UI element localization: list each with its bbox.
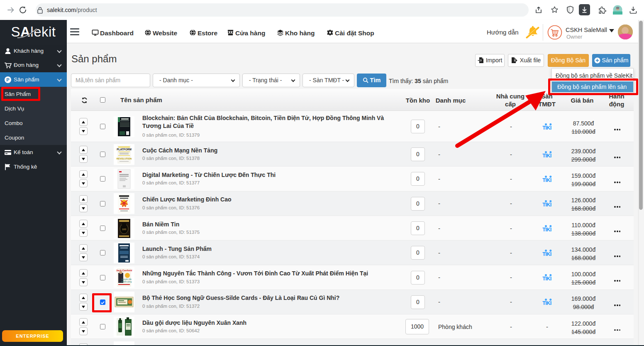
svg-text:PLATFORM: PLATFORM bbox=[117, 148, 132, 151]
svg-text:P: P bbox=[6, 77, 9, 82]
svg-text:TIKI: TIKI bbox=[542, 177, 551, 183]
svg-text:100: 100 bbox=[122, 228, 127, 231]
svg-text:TIKI: TIKI bbox=[542, 202, 551, 208]
svg-text:Jack Canfield: Jack Canfield bbox=[116, 269, 132, 272]
svg-text:TIKI: TIKI bbox=[542, 226, 551, 232]
svg-text:TIKI: TIKI bbox=[542, 125, 551, 130]
svg-text:TIKI: TIKI bbox=[542, 276, 551, 282]
svg-text:TIKI: TIKI bbox=[542, 152, 551, 158]
svg-text:REVOLUTION: REVOLUTION bbox=[117, 157, 132, 160]
svg-text:TIKI: TIKI bbox=[542, 300, 551, 306]
svg-text:thành công: thành công bbox=[122, 280, 132, 283]
svg-text:TIKI: TIKI bbox=[542, 251, 551, 257]
